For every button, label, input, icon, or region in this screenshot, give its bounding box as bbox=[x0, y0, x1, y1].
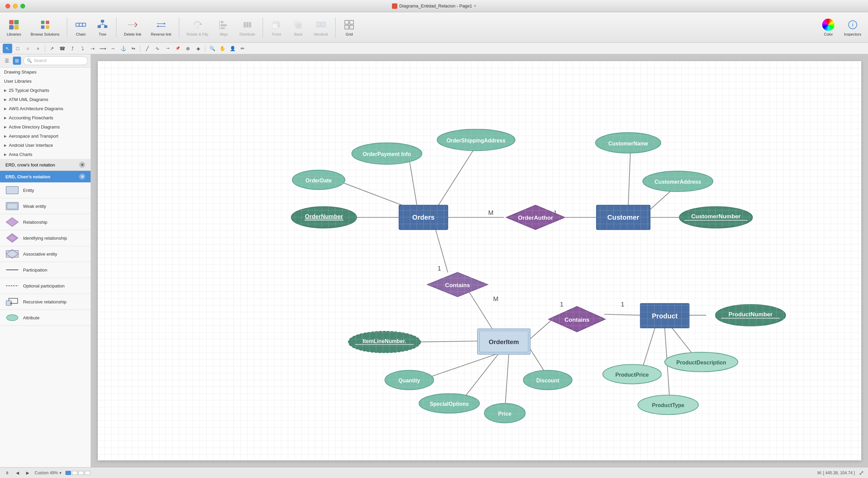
pin2-tool[interactable]: 📌 bbox=[173, 44, 183, 53]
sidebar-item-atm-uml[interactable]: ▶ ATM UML Diagrams bbox=[0, 95, 91, 104]
svg-rect-43 bbox=[6, 186, 18, 194]
pause-button[interactable]: ⏸ bbox=[4, 470, 10, 476]
svg-text:ProductNumber: ProductNumber bbox=[729, 311, 773, 318]
svg-line-64 bbox=[650, 183, 679, 210]
front-button[interactable]: Front bbox=[266, 17, 287, 38]
connect9-tool[interactable]: ↬ bbox=[129, 44, 138, 53]
libraries-button[interactable]: Libraries bbox=[3, 17, 25, 38]
connect4-tool[interactable]: ⤵ bbox=[78, 44, 87, 53]
connect6-tool[interactable]: ⟿ bbox=[98, 44, 108, 53]
shape-recursive-relationship[interactable]: Recursive relationship bbox=[0, 294, 91, 310]
sidebar-item-aerospace[interactable]: ▶ Aerospace and Transport bbox=[0, 132, 91, 141]
sidebar-item-drawing-shapes[interactable]: Drawing Shapes bbox=[0, 67, 91, 77]
shape-identifying-relationship[interactable]: Identifying relationship bbox=[0, 230, 91, 246]
svg-point-125 bbox=[484, 403, 525, 423]
erd-crowfoot-library[interactable]: ERD, crow's foot notation ✕ bbox=[0, 159, 91, 171]
tools-toolbar: ↖ □ ○ ≡ ↗ ☎ ⤴ ⤵ ⇢ ⟿ ↔ ⚓ ↬ ╱ ∿ ⊸ 📌 ⊕ ◈ 🔍 … bbox=[0, 43, 868, 54]
svg-text:Orders: Orders bbox=[412, 214, 435, 221]
pen-tool[interactable]: ✏ bbox=[238, 44, 247, 53]
zoom-out-tool[interactable]: 🔍 bbox=[207, 44, 217, 53]
back-button[interactable]: Back bbox=[288, 17, 308, 38]
zoom-selector[interactable]: Custom 49% ▾ bbox=[35, 471, 61, 475]
pan-tool[interactable]: ✋ bbox=[218, 44, 227, 53]
svg-rect-40 bbox=[350, 25, 354, 29]
connect7-tool[interactable]: ↔ bbox=[108, 44, 118, 53]
pin3-tool[interactable]: ⊕ bbox=[183, 44, 193, 53]
minimize-button[interactable] bbox=[13, 4, 18, 8]
sidebar-list-view[interactable]: ☰ bbox=[3, 57, 11, 65]
shape-attribute[interactable]: Attribute bbox=[0, 310, 91, 326]
optional-participation-shape-icon bbox=[5, 281, 19, 291]
svg-line-69 bbox=[460, 353, 499, 403]
svg-text:ProductType: ProductType bbox=[652, 402, 684, 408]
line1-tool[interactable]: ╱ bbox=[143, 44, 152, 53]
shape-associative-entity[interactable]: Associative entity bbox=[0, 246, 91, 262]
connect1-tool[interactable]: ↗ bbox=[47, 44, 57, 53]
color-button[interactable]: Color bbox=[818, 17, 838, 38]
svg-rect-49 bbox=[6, 251, 18, 257]
rect-tool[interactable]: □ bbox=[13, 44, 22, 53]
reverse-link-button[interactable]: Reverse link bbox=[147, 17, 176, 38]
expand-button[interactable]: ⤢ bbox=[859, 469, 864, 477]
svg-rect-98 bbox=[597, 205, 650, 230]
titlebar: Diagrama_Entidad_Relacion - Page1 ▾ bbox=[0, 0, 868, 12]
shape-participation[interactable]: Participation bbox=[0, 262, 91, 278]
sidebar-item-android[interactable]: ▶ Android User Interface bbox=[0, 141, 91, 150]
identical-button[interactable]: Identical bbox=[310, 17, 332, 38]
inspectors-button[interactable]: i Inspectors bbox=[840, 17, 865, 38]
erd-chen-close[interactable]: ✕ bbox=[79, 174, 85, 180]
ellipse-tool[interactable]: ○ bbox=[23, 44, 33, 53]
chain-button[interactable]: Chain bbox=[71, 17, 91, 38]
shape-optional-participation[interactable]: Optional participation bbox=[0, 278, 91, 294]
svg-text:M: M bbox=[493, 295, 498, 302]
sidebar-item-accounting[interactable]: ▶ Accounting Flowcharts bbox=[0, 113, 91, 122]
connect5-tool[interactable]: ⇢ bbox=[88, 44, 97, 53]
grid-button[interactable]: Grid bbox=[339, 17, 359, 38]
tree-button[interactable]: Tree bbox=[92, 17, 113, 38]
diagram-canvas[interactable]: M 1 1 M 1 1 OrderShippingAddress OrderPa… bbox=[98, 61, 861, 460]
sidebar-item-aws[interactable]: ▶ AWS Architecture Diagrams bbox=[0, 104, 91, 113]
participation-shape-icon bbox=[5, 265, 19, 275]
sidebar-item-user-libraries[interactable]: User Libraries bbox=[0, 77, 91, 86]
sidebar-item-orgcharts[interactable]: ▶ 25 Typical Orgcharts bbox=[0, 86, 91, 95]
svg-text:Customer: Customer bbox=[607, 214, 639, 221]
erd-chen-library[interactable]: ERD, Chen's notation ✕ bbox=[0, 171, 91, 182]
sidebar-item-area-charts[interactable]: ▶ Area Charts bbox=[0, 150, 91, 159]
page-indicator-4[interactable] bbox=[85, 471, 90, 475]
search-box[interactable]: 🔍 Search bbox=[23, 56, 88, 65]
sidebar-item-active-directory[interactable]: ▶ Active Directory Diagrams bbox=[0, 122, 91, 132]
svg-point-115 bbox=[348, 331, 421, 353]
page-indicator-3[interactable] bbox=[78, 471, 84, 475]
shape-entity[interactable]: Entity bbox=[0, 182, 91, 198]
pin4-tool[interactable]: ◈ bbox=[193, 44, 203, 53]
next-page-button[interactable]: ▶ bbox=[24, 470, 31, 476]
svg-text:OrderItem: OrderItem bbox=[489, 338, 519, 345]
svg-rect-9 bbox=[101, 20, 104, 22]
page-indicator-1[interactable] bbox=[65, 471, 71, 475]
rotate-flip-button[interactable]: Rotate & Flip bbox=[183, 17, 212, 38]
line2-tool[interactable]: ∿ bbox=[153, 44, 162, 53]
delete-link-button[interactable]: Delete link bbox=[120, 17, 145, 38]
svg-text:Contains: Contains bbox=[564, 316, 589, 323]
erd-crowfoot-close[interactable]: ✕ bbox=[79, 162, 85, 168]
person-tool[interactable]: 👤 bbox=[228, 44, 237, 53]
pin1-tool[interactable]: ⊸ bbox=[163, 44, 172, 53]
sidebar-grid-view[interactable]: ⊞ bbox=[13, 57, 21, 65]
page-indicator-2[interactable] bbox=[72, 471, 77, 475]
shape-weak-entity[interactable]: Weak entity bbox=[0, 198, 91, 214]
connect8-tool[interactable]: ⚓ bbox=[118, 44, 128, 53]
text-tool[interactable]: ≡ bbox=[33, 44, 43, 53]
select-tool[interactable]: ↖ bbox=[3, 44, 12, 53]
connect2-tool[interactable]: ☎ bbox=[57, 44, 67, 53]
maximize-button[interactable] bbox=[20, 4, 25, 8]
align-button[interactable]: Align bbox=[214, 17, 234, 38]
browse-solutions-button[interactable]: Browse Solutions bbox=[26, 17, 63, 38]
close-button[interactable] bbox=[5, 4, 10, 8]
distribute-button[interactable]: Distribute bbox=[235, 17, 259, 38]
shape-relationship[interactable]: Relationship bbox=[0, 214, 91, 230]
prev-page-button[interactable]: ◀ bbox=[14, 470, 20, 476]
connect3-tool[interactable]: ⤴ bbox=[68, 44, 77, 53]
canvas-area[interactable]: M 1 1 M 1 1 OrderShippingAddress OrderPa… bbox=[91, 54, 868, 467]
svg-point-129 bbox=[603, 364, 661, 384]
svg-text:OrderDate: OrderDate bbox=[305, 178, 332, 183]
